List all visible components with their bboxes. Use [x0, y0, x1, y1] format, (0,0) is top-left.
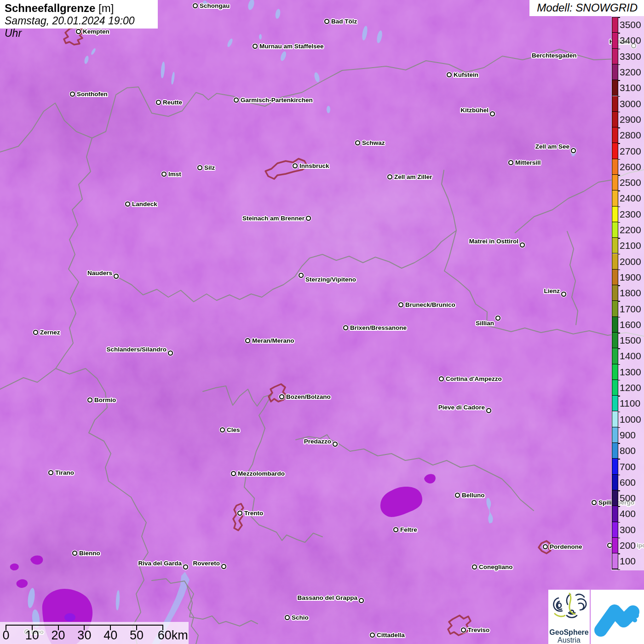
city-label: Matrei in Osttirol — [469, 237, 518, 246]
map-title: Schneefallgrenze [m] — [5, 1, 153, 15]
city-label: Zernez — [40, 328, 60, 337]
city-label: Bozen/Bolzano — [286, 393, 331, 401]
colorbar-segment — [612, 285, 618, 301]
city-marker — [285, 615, 290, 620]
city-marker — [333, 442, 338, 447]
colorbar-value-label: 900 — [620, 430, 636, 441]
colorbar-tick — [618, 285, 620, 286]
colorbar-segment — [612, 538, 618, 553]
city-label: Schio — [292, 614, 309, 622]
city-label: Landeck — [132, 200, 157, 208]
scalebar-label: 20 — [52, 628, 65, 643]
city-marker — [359, 598, 364, 603]
colorbar-tick — [618, 96, 620, 97]
city-marker — [221, 564, 226, 569]
colorbar-value-label: 1900 — [620, 272, 641, 283]
city-label: Meran/Merano — [252, 337, 294, 345]
colorbar-value-label: 2500 — [620, 177, 641, 188]
colorbar-tick — [618, 427, 620, 428]
colorbar-value-label: 3400 — [620, 35, 641, 46]
city-label: Bienno — [79, 549, 100, 558]
colorbar-segment — [612, 459, 618, 474]
city-label: Reutte — [163, 98, 182, 107]
colorbar-segment — [612, 301, 618, 316]
colorbar-tick — [618, 207, 620, 207]
city-marker — [253, 44, 258, 49]
colorbar-segment — [612, 127, 618, 143]
city-label: Cortina d'Ampezzo — [446, 375, 502, 383]
colorbar-value-label: 200 — [620, 540, 636, 551]
colorbar-value-label: 2100 — [620, 240, 641, 251]
snowline-low-patches — [10, 474, 436, 644]
city-label: Imst — [168, 170, 181, 178]
colorbar-tick — [618, 238, 620, 239]
colorbar-value-label: 2400 — [620, 193, 641, 204]
city-marker — [293, 163, 298, 168]
city-label: Kufstein — [454, 71, 478, 79]
city-marker — [439, 376, 444, 381]
city-label: Innsbruck — [299, 162, 329, 170]
colorbar-tick — [618, 317, 620, 318]
colorbar-value-label: 2200 — [620, 224, 641, 236]
city-label: Trento — [244, 509, 263, 518]
scalebar: 0102030405060km — [0, 622, 189, 644]
colorbar-tick — [618, 490, 620, 491]
colorbar-value-label: 1400 — [620, 351, 641, 362]
city-label: Brixen/Bressanone — [350, 324, 407, 332]
colorbar-value-label: 3200 — [620, 67, 641, 78]
scalebar-label: 0 — [2, 628, 9, 643]
colorbar-segment — [612, 17, 618, 33]
map-title-unit: [m] — [98, 2, 114, 14]
city-label: Sterzing/Vipiteno — [305, 276, 356, 284]
city-marker — [193, 3, 198, 8]
colorbar-segment — [612, 33, 618, 48]
colorbar-value-label: 1800 — [620, 288, 641, 299]
colorbar-segment — [612, 96, 618, 112]
city-label: Pordenone — [550, 543, 582, 551]
city-marker — [543, 544, 548, 549]
city-marker — [370, 632, 375, 638]
city-label: Nauders — [87, 269, 112, 277]
colorbar-tick — [618, 475, 620, 476]
colorbar-tick — [618, 112, 620, 113]
city-marker — [168, 351, 173, 356]
city-marker — [161, 172, 167, 177]
colorbar-segment — [612, 475, 618, 490]
colorbar-segment — [612, 317, 618, 333]
colorbar-segment — [612, 49, 618, 64]
city-label: Cittadella — [377, 631, 405, 639]
district-outlines — [64, 27, 551, 635]
city-label: Mittersill — [515, 159, 541, 167]
city-marker — [355, 140, 360, 145]
scalebar-label: 10 — [25, 628, 39, 643]
city-marker — [387, 174, 392, 179]
city-marker — [279, 394, 284, 399]
colorbar-tick — [618, 127, 620, 128]
city-marker — [237, 511, 242, 516]
partner-logo — [591, 590, 644, 644]
city-label: Bruneck/Brunico — [405, 301, 455, 309]
city-marker — [592, 500, 597, 505]
city-marker — [197, 165, 202, 170]
colorbar-value-label: 3100 — [620, 82, 641, 93]
colorbar-tick — [618, 364, 620, 365]
colorbar-segment — [612, 112, 618, 127]
colorbar-value-label: 2600 — [620, 161, 641, 172]
colorbar-tick — [618, 380, 620, 381]
city-label: Garmisch-Partenkirchen — [241, 96, 313, 104]
mountain-logo-icon — [591, 590, 644, 644]
city-label: Murnau am Staffelsee — [259, 42, 324, 51]
city-label: Bassano del Grappa — [297, 594, 357, 602]
geosphere-logo: GeoSphere Austria — [548, 590, 590, 644]
map-datetime: Samstag, 20.01.2024 19:00 Uhr — [5, 15, 153, 40]
colorbar-value-label: 1500 — [620, 335, 641, 346]
weather-map-stage: SchongauBad TölzKemptenMurnau am Staffel… — [0, 0, 644, 644]
city-label: Zell am See — [535, 143, 569, 151]
title-box: Schneefallgrenze [m] Samstag, 20.01.2024… — [0, 0, 158, 29]
city-label: Riva del Garda — [138, 559, 182, 568]
scalebar-label: 40 — [104, 628, 117, 643]
colorbar-value-label: 800 — [620, 445, 636, 456]
city-label: Kitzbühel — [460, 106, 489, 115]
colorbar-tick — [618, 33, 620, 34]
colorbar-tick — [618, 190, 620, 191]
